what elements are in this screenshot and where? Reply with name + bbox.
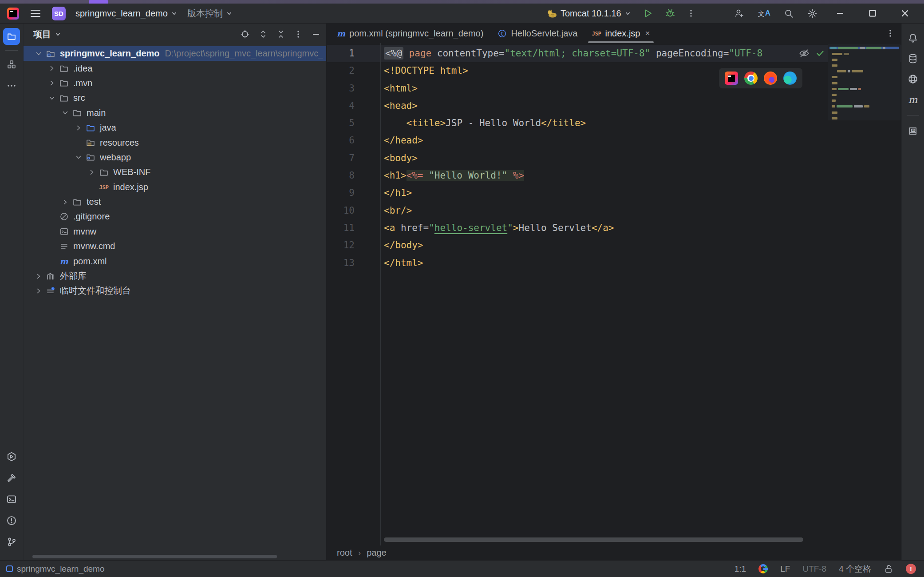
expand-all-button[interactable] [259,29,268,39]
chevron-right-icon[interactable] [86,169,98,176]
tool-window-structure-button[interactable] [3,56,20,73]
firefox-browser-icon[interactable] [764,72,777,85]
tree-item-.mvn[interactable]: .mvn [24,76,326,91]
project-panel-options-button[interactable] [294,30,302,39]
tool-window-endpoints-button[interactable] [904,71,921,88]
tool-window-project-button[interactable] [3,28,20,45]
window-maximize-button[interactable] [868,9,877,18]
locate-file-button[interactable] [240,29,250,39]
code-minimap[interactable] [828,44,900,120]
status-google-g[interactable] [758,564,768,573]
settings-button[interactable] [807,8,817,19]
tool-window-services-button[interactable] [3,448,20,465]
tree-item-web-inf[interactable]: WEB-INF [24,165,326,179]
tab-index.jsp[interactable]: JSPindex.jsp× [584,24,657,43]
notifications-button[interactable] [904,30,921,47]
tool-window-database-button[interactable] [904,50,921,67]
highlighting-level-eye-icon[interactable] [798,48,810,59]
editor-horizontal-scrollbar[interactable] [384,537,803,542]
breadcrumb-page[interactable]: page [367,548,387,558]
chevron-down-icon[interactable] [59,109,71,116]
status-4-[interactable]: 4 个空格 [839,563,871,575]
chevron-right-icon[interactable] [59,199,71,206]
minimap-token [850,88,857,90]
window-close-button[interactable] [900,8,910,18]
tab-pom.xml[interactable]: mpom.xml (springmvc_learn_demo) [330,24,490,43]
chrome-browser-icon[interactable] [744,72,758,85]
project-folder-icon [7,32,16,41]
tree-item-java[interactable]: java [24,120,326,135]
chevron-down-icon[interactable] [55,31,61,38]
tool-window-git-button[interactable] [3,533,20,550]
project-horizontal-scrollbar[interactable] [32,555,277,558]
tree-item-test[interactable]: test [24,195,326,209]
chevron-right-icon[interactable] [46,65,58,72]
chevron-down-icon[interactable] [46,95,58,102]
status-UTF-8[interactable]: UTF-8 [802,564,826,574]
tree-item-.idea[interactable]: .idea [24,61,326,76]
tree-item-index.jsp[interactable]: JSPindex.jsp [24,180,326,195]
chevron-right-icon[interactable] [46,80,58,87]
chevron-right-icon[interactable] [72,124,85,131]
divider [5,50,18,51]
tree-item--[interactable]: 外部库 [24,269,326,283]
window-minimize-button[interactable] [835,8,845,18]
tree-item-pom.xml[interactable]: mpom.xml [24,254,326,268]
run-button[interactable] [643,8,653,19]
minimap-line [831,52,897,55]
tree-item-label: src [73,93,85,103]
chevron-right-icon[interactable] [32,287,45,294]
tool-window-maven-button[interactable]: m [904,91,921,108]
minimap-token [864,105,869,107]
tree-item-resources[interactable]: resources [24,135,326,150]
tool-window-terminal-button[interactable] [3,491,20,508]
idea-browser-icon[interactable] [725,72,738,85]
hide-panel-button[interactable] [311,29,321,39]
edge-browser-icon[interactable] [783,72,797,85]
main-menu-button[interactable] [29,8,42,19]
status-1:1[interactable]: 1:1 [734,564,746,574]
tree-item-main[interactable]: main [24,106,326,120]
run-configuration-selector[interactable]: Tomcat 10.1.16 [547,8,631,19]
project-selector[interactable]: springmvc_learn_demo [75,8,178,19]
chevron-down-icon[interactable] [32,50,45,57]
collapse-all-button[interactable] [276,29,285,39]
code-with-me-button[interactable] [734,8,745,19]
search-everywhere-button[interactable] [784,8,794,19]
code-token: %> [513,170,524,181]
code-token: </title> [541,118,586,128]
tab-label: HelloServlet.java [511,28,577,39]
debug-button[interactable] [665,8,675,19]
vcs-widget[interactable]: 版本控制 [187,8,233,20]
code-area[interactable]: <%@ page contentType="text/html; charset… [381,43,901,545]
minimap-token [832,94,837,96]
minimap-token [866,47,881,49]
status-error-badge[interactable]: ! [906,564,916,574]
tab-helloservlet.java[interactable]: CHelloServlet.java [490,24,584,43]
code-token: </head> [384,135,423,146]
tree-item--[interactable]: 临时文件和控制台 [24,283,326,298]
tree-item-src[interactable]: src [24,91,326,105]
tomcat-icon [547,9,557,18]
tool-window-problems-button[interactable] [3,512,20,529]
more-run-options-button[interactable] [687,9,695,18]
tool-window-documentation-button[interactable]: A [904,123,921,139]
more-tool-windows-button[interactable] [3,77,20,94]
tool-window-build-button[interactable] [3,470,20,486]
tab-list-options-button[interactable] [886,29,894,38]
translate-icon[interactable]: 文A [758,9,770,18]
tree-item-mvnw.cmd[interactable]: mvnw.cmd [24,239,326,254]
chevron-down-icon[interactable] [72,154,85,161]
chevron-right-icon[interactable] [32,273,45,280]
tree-item-webapp[interactable]: webapp [24,150,326,165]
editor-body[interactable]: 12345678910111213 <%@ page contentType="… [327,43,901,545]
breadcrumb-root[interactable]: root [337,548,352,558]
tree-item-.gitignore[interactable]: .gitignore [24,209,326,224]
tree-item-springmvc_learn_demo[interactable]: springmvc_learn_demoD:\project\spring_mv… [24,46,326,61]
status-LF[interactable]: LF [780,564,790,574]
status-project-widget[interactable]: springmvc_learn_demo [6,564,105,574]
status-project-name: springmvc_learn_demo [17,564,105,574]
status-lock-open[interactable] [884,564,893,574]
tree-item-mvnw[interactable]: mvnw [24,224,326,239]
tab-close-icon[interactable]: × [645,28,650,38]
